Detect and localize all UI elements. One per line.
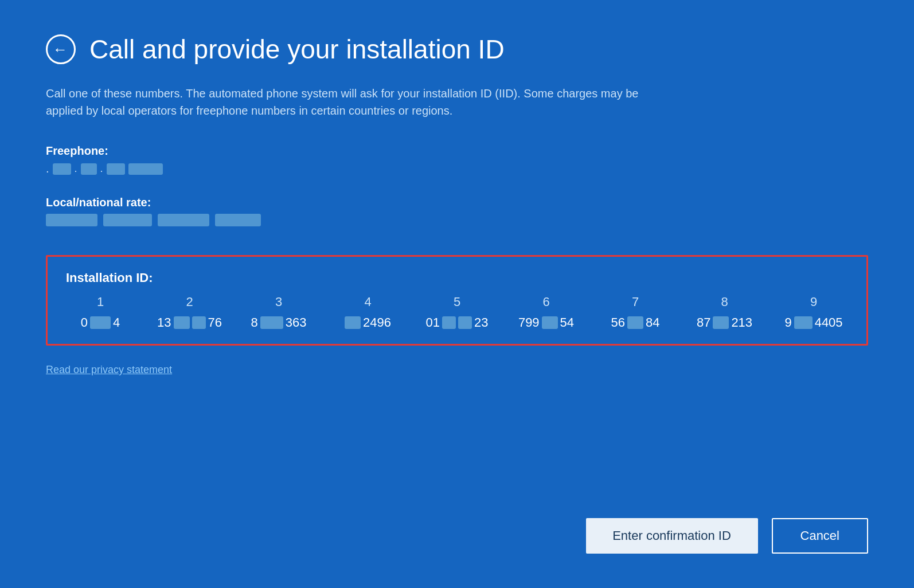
col-4: 4 <box>334 295 403 309</box>
back-arrow-icon: ← <box>53 42 68 57</box>
col-2: 2 <box>155 295 224 309</box>
freephone-section: Freephone: . . . <box>46 144 868 175</box>
back-button[interactable]: ← <box>46 34 76 64</box>
id-blur-7a <box>627 316 643 329</box>
id-seg-2: 13 76 <box>155 315 224 330</box>
id-blur-5b <box>458 316 472 329</box>
freephone-blur-4 <box>128 163 163 175</box>
dot-sep-1: . <box>75 163 77 175</box>
freephone-blur-3 <box>107 163 125 175</box>
installation-id-label: Installation ID: <box>66 271 848 285</box>
local-blur-2 <box>103 214 152 226</box>
local-blur-3 <box>158 214 209 226</box>
footer-buttons: Enter confirmation ID Cancel <box>46 495 868 554</box>
col-7: 7 <box>601 295 670 309</box>
freephone-number: . . . <box>46 162 868 175</box>
id-seg-7: 56 84 <box>601 315 670 330</box>
id-seg-3: 8 363 <box>244 315 313 330</box>
cancel-button[interactable]: Cancel <box>772 518 868 554</box>
dot-sep-2: . <box>100 163 103 175</box>
privacy-link[interactable]: Read our privacy statement <box>46 364 868 376</box>
id-values-row: 0 4 13 76 8 363 2496 <box>66 315 848 330</box>
freephone-label: Freephone: <box>46 144 868 158</box>
page-description: Call one of these numbers. The automated… <box>46 85 677 119</box>
col-6: 6 <box>512 295 581 309</box>
id-seg-9: 9 4405 <box>779 315 848 330</box>
id-blur-2a <box>174 316 190 329</box>
id-seg-8: 87 213 <box>690 315 759 330</box>
col-3: 3 <box>244 295 313 309</box>
freephone-blur-1 <box>53 163 71 175</box>
id-blur-3a <box>260 316 283 329</box>
id-blur-1a <box>90 316 111 329</box>
local-blur-1 <box>46 214 97 226</box>
id-blur-9a <box>794 316 813 329</box>
col-8: 8 <box>690 295 759 309</box>
page-container: ← Call and provide your installation ID … <box>0 0 914 588</box>
id-column-headers: 1 2 3 4 5 6 7 8 9 <box>66 295 848 309</box>
local-blur-4 <box>215 214 261 226</box>
id-seg-1: 0 4 <box>66 315 135 330</box>
id-seg-4: 2496 <box>334 315 403 330</box>
col-5: 5 <box>423 295 491 309</box>
dot-prefix: . <box>46 162 49 175</box>
installation-id-box: Installation ID: 1 2 3 4 5 6 7 8 9 0 4 1… <box>46 255 868 346</box>
local-rate-section: Local/national rate: <box>46 196 868 230</box>
id-blur-8a <box>713 316 729 329</box>
page-title: Call and provide your installation ID <box>89 35 505 64</box>
local-rate-label: Local/national rate: <box>46 196 868 209</box>
freephone-blur-2 <box>81 163 97 175</box>
enter-confirmation-id-button[interactable]: Enter confirmation ID <box>586 518 758 554</box>
id-blur-4a <box>345 316 361 329</box>
col-9: 9 <box>779 295 848 309</box>
id-blur-5a <box>442 316 456 329</box>
col-1: 1 <box>66 295 135 309</box>
id-blur-2b <box>192 316 206 329</box>
header: ← Call and provide your installation ID <box>46 34 868 64</box>
id-blur-6a <box>542 316 558 329</box>
local-rate-number <box>46 214 868 226</box>
id-seg-6: 799 54 <box>512 315 581 330</box>
id-seg-5: 01 23 <box>423 315 491 330</box>
